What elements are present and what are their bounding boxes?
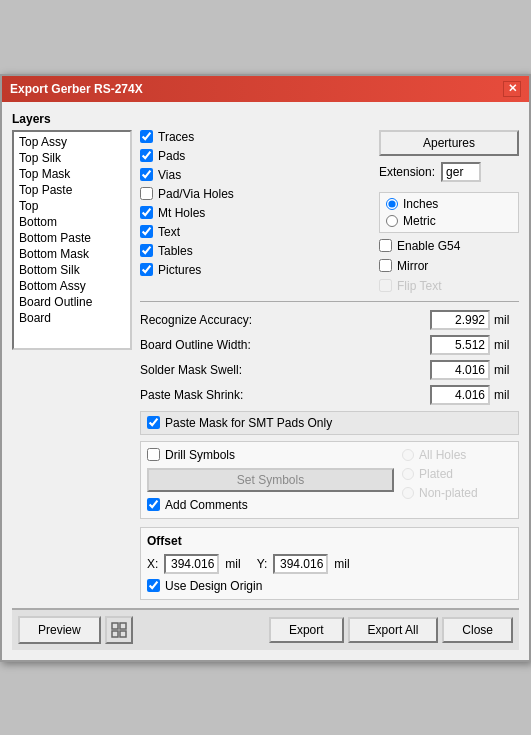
y-unit: mil <box>334 557 349 571</box>
drill-symbols-checkbox[interactable] <box>147 448 160 461</box>
apertures-button[interactable]: Apertures <box>379 130 519 156</box>
drill-section: Drill Symbols Set Symbols Add Comments A… <box>140 441 519 519</box>
plated-label: Plated <box>419 467 453 481</box>
numeric-section: Recognize Accuracy: mil Board Outline Wi… <box>140 310 519 405</box>
pads-label: Pads <box>158 149 185 163</box>
list-item[interactable]: Top Paste <box>16 182 128 198</box>
list-item[interactable]: Board <box>16 310 128 326</box>
extension-row: Extension: <box>379 162 519 182</box>
pictures-label: Pictures <box>158 263 201 277</box>
paste-mask-shrink-right: mil <box>430 385 519 405</box>
window-title: Export Gerber RS-274X <box>10 82 143 96</box>
pictures-row: Pictures <box>140 263 371 277</box>
paste-mask-checkbox[interactable] <box>147 416 160 429</box>
list-item[interactable]: Board Outline <box>16 294 128 310</box>
list-item[interactable]: Top Mask <box>16 166 128 182</box>
vias-label: Vias <box>158 168 181 182</box>
preview-button[interactable]: Preview <box>18 616 101 644</box>
separator-1 <box>140 301 519 302</box>
board-outline-width-input[interactable] <box>430 335 490 355</box>
all-holes-radio-row: All Holes <box>402 448 512 462</box>
footer-right: Export Export All Close <box>269 617 513 643</box>
use-design-origin-checkbox[interactable] <box>147 579 160 592</box>
vias-checkbox[interactable] <box>140 168 153 181</box>
x-unit: mil <box>225 557 240 571</box>
list-item[interactable]: Top Silk <box>16 150 128 166</box>
traces-row: Traces <box>140 130 371 144</box>
tables-checkbox[interactable] <box>140 244 153 257</box>
metric-radio[interactable] <box>386 215 398 227</box>
mirror-checkbox[interactable] <box>379 259 392 272</box>
offset-section: Offset X: mil Y: mil Use Design Origin <box>140 527 519 600</box>
board-outline-width-right: mil <box>430 335 519 355</box>
svg-rect-1 <box>120 623 126 629</box>
text-label: Text <box>158 225 180 239</box>
close-button[interactable]: Close <box>442 617 513 643</box>
pads-row: Pads <box>140 149 371 163</box>
vias-row: Vias <box>140 168 371 182</box>
solder-mask-swell-label: Solder Mask Swell: <box>140 363 242 377</box>
list-item[interactable]: Bottom Paste <box>16 230 128 246</box>
flip-text-label: Flip Text <box>397 279 441 293</box>
export-button[interactable]: Export <box>269 617 344 643</box>
recognize-accuracy-right: mil <box>430 310 519 330</box>
svg-rect-3 <box>120 631 126 637</box>
export-all-button[interactable]: Export All <box>348 617 439 643</box>
non-plated-radio <box>402 487 414 499</box>
paste-mask-row: Paste Mask for SMT Pads Only <box>140 411 519 435</box>
traces-checkbox[interactable] <box>140 130 153 143</box>
solder-mask-swell-row: Solder Mask Swell: mil <box>140 360 519 380</box>
inches-radio-row: Inches <box>386 197 512 211</box>
flip-text-row: Flip Text <box>379 279 519 293</box>
recognize-accuracy-input[interactable] <box>430 310 490 330</box>
extension-input[interactable] <box>441 162 481 182</box>
use-design-origin-row: Use Design Origin <box>147 579 512 593</box>
set-symbols-button[interactable]: Set Symbols <box>147 468 394 492</box>
pads-checkbox[interactable] <box>140 149 153 162</box>
layers-list[interactable]: Top Assy Top Silk Top Mask Top Paste Top… <box>12 130 132 350</box>
enable-g54-label: Enable G54 <box>397 239 460 253</box>
x-input[interactable] <box>164 554 219 574</box>
dialog-content: Layers Top Assy Top Silk Top Mask Top Pa… <box>2 102 529 660</box>
pictures-checkbox[interactable] <box>140 263 153 276</box>
non-plated-radio-row: Non-plated <box>402 486 512 500</box>
list-item[interactable]: Top Assy <box>16 134 128 150</box>
pad-via-holes-label: Pad/Via Holes <box>158 187 234 201</box>
flip-text-checkbox <box>379 279 392 292</box>
x-label: X: <box>147 557 158 571</box>
drill-symbols-label: Drill Symbols <box>165 448 235 462</box>
inches-radio[interactable] <box>386 198 398 210</box>
list-item[interactable]: Top <box>16 198 128 214</box>
offset-title: Offset <box>147 534 512 548</box>
drill-symbols-row: Drill Symbols <box>147 448 394 462</box>
solder-mask-swell-input[interactable] <box>430 360 490 380</box>
paste-mask-shrink-unit: mil <box>494 388 519 402</box>
enable-g54-checkbox[interactable] <box>379 239 392 252</box>
all-holes-label: All Holes <box>419 448 466 462</box>
enable-g54-row: Enable G54 <box>379 239 519 253</box>
list-item[interactable]: Bottom <box>16 214 128 230</box>
units-radio-group: Inches Metric <box>379 192 519 233</box>
paste-mask-shrink-label: Paste Mask Shrink: <box>140 388 243 402</box>
list-item[interactable]: Bottom Silk <box>16 262 128 278</box>
footer: Preview Export Export All Close <box>12 608 519 650</box>
all-holes-radio <box>402 449 414 461</box>
add-comments-checkbox[interactable] <box>147 498 160 511</box>
grid-icon[interactable] <box>105 616 133 644</box>
tables-row: Tables <box>140 244 371 258</box>
close-window-button[interactable]: ✕ <box>503 81 521 97</box>
inches-label: Inches <box>403 197 438 211</box>
list-item[interactable]: Bottom Mask <box>16 246 128 262</box>
non-plated-label: Non-plated <box>419 486 478 500</box>
mirror-row: Mirror <box>379 259 519 273</box>
paste-mask-label: Paste Mask for SMT Pads Only <box>165 416 332 430</box>
checkboxes-group: Traces Pads Vias Pad/Via Holes <box>140 130 371 293</box>
text-checkbox[interactable] <box>140 225 153 238</box>
list-item[interactable]: Bottom Assy <box>16 278 128 294</box>
y-input[interactable] <box>273 554 328 574</box>
mt-holes-checkbox[interactable] <box>140 206 153 219</box>
solder-mask-swell-unit: mil <box>494 363 519 377</box>
pad-via-holes-checkbox[interactable] <box>140 187 153 200</box>
board-outline-width-label: Board Outline Width: <box>140 338 251 352</box>
paste-mask-shrink-input[interactable] <box>430 385 490 405</box>
